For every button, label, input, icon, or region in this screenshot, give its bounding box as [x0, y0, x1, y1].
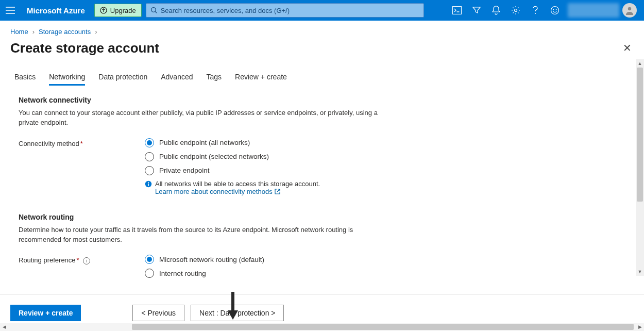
search-icon	[150, 7, 158, 14]
close-icon[interactable]: ✕	[621, 40, 634, 56]
svg-point-7	[556, 9, 557, 10]
notifications-icon[interactable]	[486, 0, 506, 21]
page-title: Create storage account	[10, 40, 159, 56]
field-label-text: Routing preference	[19, 256, 76, 264]
radio-indicator	[145, 138, 154, 147]
radio-label: Public endpoint (all networks)	[159, 139, 250, 146]
feedback-icon[interactable]	[545, 0, 565, 21]
radio-label: Microsoft network routing (default)	[159, 256, 264, 263]
field-connectivity-method: Connectivity method* Public endpoint (al…	[19, 138, 632, 195]
breadcrumb-sep: ›	[95, 28, 97, 36]
info-icon	[145, 180, 152, 188]
scroll-left-icon[interactable]: ◀	[0, 324, 8, 329]
svg-point-8	[628, 7, 631, 10]
help-icon[interactable]	[526, 0, 545, 21]
horizontal-scrollbar[interactable]: ◀ ▶	[0, 323, 644, 331]
radio-indicator	[145, 269, 154, 278]
breadcrumb-storage-accounts[interactable]: Storage accounts	[39, 28, 91, 36]
radio-indicator	[145, 166, 154, 175]
radio-public-selected[interactable]: Public endpoint (selected networks)	[145, 152, 632, 161]
radio-private-endpoint[interactable]: Private endpoint	[145, 166, 632, 175]
svg-point-6	[553, 9, 554, 10]
upgrade-button[interactable]: Upgrade	[94, 4, 142, 17]
wizard-tabs: Basics Networking Data protection Advanc…	[14, 73, 632, 86]
svg-rect-10	[148, 183, 149, 186]
info-text: All networks will be able to access this…	[155, 180, 320, 188]
scroll-thumb[interactable]	[132, 324, 634, 330]
upgrade-icon	[100, 7, 107, 14]
search-input[interactable]	[161, 7, 419, 14]
section-desc-connectivity: You can connect to your storage account …	[19, 108, 389, 128]
tab-tags[interactable]: Tags	[207, 73, 222, 86]
radio-microsoft-routing[interactable]: Microsoft network routing (default)	[145, 255, 632, 264]
svg-point-1	[151, 8, 156, 12]
scroll-track	[8, 323, 636, 331]
top-icon-tray	[447, 0, 640, 21]
next-button[interactable]: Next : Data protection >	[191, 305, 284, 321]
connectivity-info: All networks will be able to access this…	[145, 180, 632, 195]
svg-point-3	[515, 9, 517, 12]
field-label: Routing preference* i	[19, 255, 145, 283]
scroll-area: Basics Networking Data protection Advanc…	[0, 59, 644, 294]
tab-basics[interactable]: Basics	[14, 73, 36, 86]
scroll-thumb[interactable]	[637, 68, 643, 202]
radio-indicator	[145, 152, 154, 161]
account-info[interactable]	[568, 3, 619, 18]
field-label-text: Connectivity method	[19, 140, 79, 147]
section-title-routing: Network routing	[19, 213, 632, 221]
brand-label: Microsoft Azure	[27, 6, 85, 15]
global-search[interactable]	[146, 3, 424, 18]
external-link-icon	[275, 189, 280, 194]
menu-icon[interactable]	[4, 4, 16, 16]
nav-button-group: < Previous Next : Data protection >	[132, 305, 284, 321]
section-desc-routing: Determine how to route your traffic as i…	[19, 225, 389, 245]
title-bar: Create storage account ✕	[0, 40, 644, 59]
form-page: Basics Networking Data protection Advanc…	[0, 59, 644, 283]
settings-icon[interactable]	[506, 0, 526, 21]
cloud-shell-icon[interactable]	[447, 0, 467, 21]
learn-more-link[interactable]: Learn more about connectivity methods	[155, 188, 280, 195]
radio-label: Private endpoint	[159, 167, 210, 174]
help-tooltip-icon[interactable]: i	[83, 257, 90, 264]
radio-indicator	[145, 255, 154, 264]
breadcrumb-home[interactable]: Home	[10, 28, 28, 36]
svg-rect-2	[453, 7, 462, 14]
page-shell: Home › Storage accounts › Create storage…	[0, 21, 644, 331]
scroll-up-icon[interactable]: ▲	[636, 59, 644, 68]
svg-point-4	[535, 13, 536, 14]
radio-public-all[interactable]: Public endpoint (all networks)	[145, 138, 632, 147]
azure-top-bar: Microsoft Azure Upgrade	[0, 0, 644, 21]
svg-point-11	[148, 181, 149, 183]
radio-label: Public endpoint (selected networks)	[159, 153, 269, 160]
upgrade-label: Upgrade	[110, 7, 136, 14]
tab-review-create[interactable]: Review + create	[235, 73, 287, 86]
required-mark: *	[77, 256, 79, 264]
svg-point-5	[551, 7, 559, 14]
section-title-connectivity: Network connectivity	[19, 96, 632, 104]
tab-data-protection[interactable]: Data protection	[98, 73, 147, 86]
field-label: Connectivity method*	[19, 138, 145, 195]
scroll-right-icon[interactable]: ▶	[636, 324, 644, 329]
field-value: Microsoft network routing (default) Inte…	[145, 255, 632, 283]
scroll-down-icon[interactable]: ▼	[636, 268, 644, 276]
field-value: Public endpoint (all networks) Public en…	[145, 138, 632, 195]
breadcrumb: Home › Storage accounts ›	[0, 21, 644, 40]
tab-advanced[interactable]: Advanced	[161, 73, 193, 86]
radio-internet-routing[interactable]: Internet routing	[145, 269, 632, 278]
review-create-button[interactable]: Review + create	[10, 305, 81, 321]
vertical-scrollbar[interactable]: ▲ ▼	[636, 59, 644, 276]
directory-filter-icon[interactable]	[467, 0, 486, 21]
tab-networking[interactable]: Networking	[49, 73, 85, 86]
radio-label: Internet routing	[159, 270, 206, 277]
learn-link-text: Learn more about connectivity methods	[155, 188, 273, 195]
required-mark: *	[80, 140, 83, 147]
breadcrumb-sep: ›	[32, 28, 35, 36]
previous-button[interactable]: < Previous	[132, 305, 184, 321]
avatar[interactable]	[622, 3, 637, 18]
field-routing-preference: Routing preference* i Microsoft network …	[19, 255, 632, 283]
